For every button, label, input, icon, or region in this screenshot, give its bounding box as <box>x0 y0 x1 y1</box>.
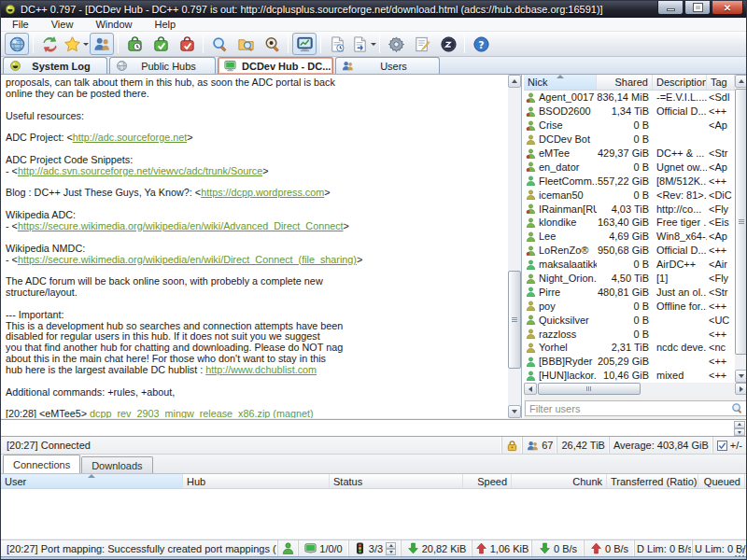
user-list-column-shared[interactable]: Shared <box>597 75 653 90</box>
menu-item-help[interactable]: Help <box>144 19 188 30</box>
user-row[interactable]: DCDev Bot0 B <box>524 133 735 147</box>
notepad-icon <box>414 35 431 53</box>
close-button[interactable]: ✕ <box>712 1 743 15</box>
scroll-down-button[interactable] <box>508 405 521 418</box>
user-row[interactable]: Pirre480,81 GiBJust an ol...<Str <box>524 285 735 299</box>
scroll-down-button[interactable] <box>735 370 747 383</box>
scroll-up-button[interactable] <box>508 75 521 88</box>
user-row[interactable]: Agent_0017836,14 MiB-=E.V.I.L....<Sdl <box>524 91 735 105</box>
transfers-column-queued[interactable]: Queued <box>698 474 745 488</box>
user-row[interactable]: klondike163,40 GiBFree tiger ...<Eis <box>524 216 735 230</box>
transfers-list[interactable] <box>1 489 746 539</box>
chat-link[interactable]: http://www.dchublist.com <box>205 364 317 375</box>
user-row[interactable]: razzloss0 B<++ <box>524 327 735 341</box>
favorite-hubs-button[interactable] <box>63 33 88 55</box>
transfers-column-speed[interactable]: Speed <box>463 474 512 488</box>
user-list-column-description[interactable]: Description <box>653 75 707 90</box>
help-button[interactable]: ? <box>469 33 493 55</box>
user-row[interactable]: maksalaatikko0 BAirDC++<Air <box>524 258 735 272</box>
user-row[interactable]: Yorhel2,31 TiBncdc deve...<nc <box>524 341 735 355</box>
title-bar[interactable]: DC++ 0.797 - [DCDev Hub - DC++ 0.797 is … <box>1 1 746 18</box>
user-nick: maksalaatikko <box>524 259 597 270</box>
show-joins-checkbox[interactable] <box>717 441 727 451</box>
tab-users[interactable]: Users <box>335 57 440 74</box>
scroll-right-button[interactable] <box>735 383 747 395</box>
user-row[interactable]: poy0 BOffline for...<++ <box>524 299 735 313</box>
user-row[interactable]: IRainman[RU]4,03 TiBhttp://co...<Fly <box>524 202 735 216</box>
user-row[interactable]: Night_Orion...4,50 TiB[1]<Fly <box>524 272 735 286</box>
open-own-filelist-button[interactable] <box>351 33 375 55</box>
chat-link[interactable]: https://dcpp.wordpress.com <box>201 187 324 198</box>
open-filelist-button[interactable] <box>325 33 349 55</box>
chat-link[interactable]: http://adc.svn.sourceforge.net/viewvc/ad… <box>18 165 262 176</box>
menu-item-file[interactable]: File <box>1 19 40 30</box>
minimize-button[interactable] <box>657 1 684 15</box>
spin-up-button[interactable] <box>386 542 396 549</box>
download-queue-icon <box>126 35 144 53</box>
away-button[interactable] <box>436 33 460 55</box>
notepad-button[interactable] <box>410 33 434 55</box>
scroll-up-button[interactable] <box>734 421 745 428</box>
user-list-column-tag[interactable]: Tag <box>707 75 735 90</box>
scroll-down-button[interactable] <box>734 428 745 436</box>
search-button[interactable] <box>207 33 232 55</box>
dropdown-caret-icon[interactable] <box>83 43 89 49</box>
scroll-thumb[interactable] <box>508 271 521 369</box>
finished-downloads-button[interactable] <box>148 33 173 55</box>
slots-spinner[interactable] <box>386 542 396 555</box>
chat-message-input[interactable] <box>1 419 746 437</box>
dropdown-caret-icon[interactable] <box>371 43 376 49</box>
chat-link[interactable]: http://adc.sourceforge.net <box>73 132 187 143</box>
transfers-column-chunk[interactable]: Chunk <box>512 474 607 488</box>
user-tag: <++ <box>707 105 735 117</box>
scroll-thumb[interactable] <box>538 383 641 395</box>
tab-public-hubs[interactable]: Public Hubs <box>109 57 216 74</box>
resize-grip[interactable] <box>734 547 745 558</box>
scroll-thumb[interactable] <box>735 89 747 355</box>
reconnect-button[interactable] <box>37 33 62 55</box>
spin-down-button[interactable] <box>386 549 396 555</box>
user-row[interactable]: LoRenZo®950,68 GiBOfficial D...<++ <box>524 244 735 258</box>
finished-uploads-button[interactable] <box>175 33 199 55</box>
search-spy-button[interactable] <box>260 33 284 55</box>
menu-item-view[interactable]: View <box>40 19 85 30</box>
tab-system-log[interactable]: System Log <box>3 57 107 74</box>
user-row[interactable]: [BBB]Ryder205,29 GiB<++ <box>524 355 735 369</box>
transfers-tab-downloads[interactable]: Downloads <box>81 456 152 473</box>
menu-item-window[interactable]: Window <box>84 19 143 30</box>
user-list-column-nick[interactable]: Nick <box>524 75 597 90</box>
user-row[interactable]: en_dator0 BUgnet ow...<Ap <box>524 160 735 174</box>
download-queue-button[interactable] <box>122 33 147 55</box>
settings-button[interactable] <box>384 33 408 55</box>
filter-users-input[interactable] <box>526 403 731 414</box>
adl-search-button[interactable] <box>233 33 258 55</box>
transfers-tab-connections[interactable]: Connections <box>3 455 80 473</box>
user-row[interactable]: Crise0 B<Ap <box>524 119 735 133</box>
public-hubs-button[interactable] <box>5 33 29 55</box>
transfers-column-status[interactable]: Status <box>330 474 463 488</box>
user-row[interactable]: Quicksilver0 B<UC <box>524 313 735 327</box>
scroll-up-button[interactable] <box>735 75 747 88</box>
user-row[interactable]: iceman500 B<Rev: 81>...<DiC <box>524 188 735 202</box>
user-row[interactable]: FleetComm...557,22 GiB[8M/512K...<++ <box>524 174 735 188</box>
down-arrow-icon <box>389 551 393 555</box>
chat-scrollbar[interactable] <box>508 75 521 418</box>
transfers-column-hub[interactable]: Hub <box>183 474 330 488</box>
input-scroll-buttons[interactable] <box>734 421 745 436</box>
tab-dcdev-hub-dc-[interactable]: DCDev Hub - DC... <box>218 57 333 74</box>
user-list-vscrollbar[interactable] <box>735 75 747 383</box>
user-list-hscrollbar[interactable] <box>524 383 747 395</box>
scroll-left-button[interactable] <box>524 383 537 395</box>
user-row[interactable]: eMTee429,37 GiBDC++ & ...<Str <box>524 147 735 161</box>
user-row[interactable]: [HUN]lackor...10,46 GiBmixed<++ <box>524 369 735 383</box>
chat-link[interactable]: https://secure.wikimedia.org/wikipedia/e… <box>18 220 344 231</box>
maximize-button[interactable] <box>684 1 711 15</box>
user-row[interactable]: Lee4,69 GiBWin8_x64-...<Ap <box>524 230 735 244</box>
chat-link[interactable]: dcpp_rev_2903_mingw_release_x86.zip (mag… <box>90 408 313 418</box>
chat-link[interactable]: https://secure.wikimedia.org/wikipedia/e… <box>18 254 357 265</box>
transfers-column-transferred-ratio-[interactable]: Transferred (Ratio) <box>607 474 698 488</box>
user-row[interactable]: BSOD26001,34 TiBOfficial D...<++ <box>524 105 735 119</box>
network-stats-button[interactable] <box>292 33 317 55</box>
transfers-column-user[interactable]: User <box>1 474 183 488</box>
favorite-users-button[interactable] <box>90 33 114 55</box>
